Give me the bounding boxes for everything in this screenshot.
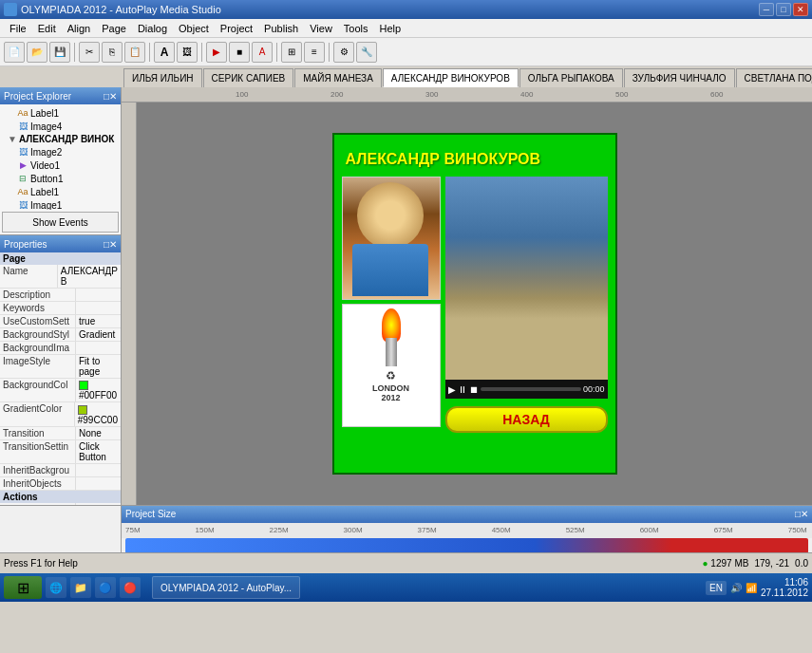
toolbar-settings[interactable]: ⚙ — [333, 42, 354, 63]
video-progress[interactable] — [481, 387, 581, 391]
tab-olga[interactable]: ОЛЬГА РЫПАКОВА — [519, 68, 623, 87]
toolbar-acrobat[interactable]: A — [252, 42, 273, 63]
toolbar-save[interactable]: 💾 — [49, 42, 70, 63]
slide: АЛЕКСАНДР ВИНОКУРОВ ♻ LO — [332, 133, 617, 475]
properties-panel: Properties □✕ Page Name АЛЕКСАНДР В Desc… — [0, 234, 121, 505]
menu-file[interactable]: File — [4, 21, 32, 36]
toolbar-sep-2 — [149, 43, 150, 62]
tree-item-label: Image2 — [30, 147, 62, 158]
menu-page[interactable]: Page — [96, 21, 132, 36]
toolbar-stop[interactable]: ■ — [229, 42, 250, 63]
language-indicator: EN — [706, 581, 727, 595]
menu-project[interactable]: Project — [215, 21, 258, 36]
panel-controls[interactable]: □✕ — [104, 91, 117, 102]
close-button[interactable]: ✕ — [793, 3, 808, 16]
timeline-bar — [125, 538, 808, 552]
pause-button[interactable]: ⏸ — [458, 384, 467, 395]
toolbar-sep-5 — [329, 43, 330, 62]
tree-item-label: Label1 — [30, 108, 59, 119]
tree-area: Aa Label1 🖼 Image4 ▼ АЛЕКСАНДР ВИНОК 🖼 I… — [0, 104, 121, 210]
bottom-left-panel — [0, 506, 122, 552]
play-button[interactable]: ▶ — [448, 384, 456, 395]
menu-align[interactable]: Align — [62, 21, 96, 36]
tree-item-button1[interactable]: ⊟ Button1 — [2, 172, 119, 185]
tree-item-label: Video1 — [30, 160, 60, 171]
video-player: ▶ ⏸ ⏹ 00:00 — [445, 177, 608, 399]
toolbar-open[interactable]: 📂 — [27, 42, 47, 63]
toolbar-preview[interactable]: ▶ — [206, 42, 227, 63]
tree-item-image1-inner[interactable]: 🖼 Image1 — [2, 198, 119, 210]
canvas-area: 100 200 300 400 500 600 АЛЕКСАНДР ВИНОКУ… — [122, 87, 812, 505]
bg-color-swatch[interactable] — [79, 381, 88, 390]
tree-item-label: Button1 — [30, 174, 63, 184]
prop-row-inheritbg: InheritBackgrou — [0, 464, 121, 477]
toolbar-copy[interactable]: ⎘ — [102, 42, 123, 63]
help-text: Press F1 for Help — [4, 558, 78, 569]
tab-alexander[interactable]: АЛЕКСАНДР ВИНОКУРОВ — [383, 68, 519, 87]
start-button[interactable]: ⊞ — [4, 576, 42, 599]
toolbar-misc[interactable]: 🔧 — [356, 42, 377, 63]
status-bar: Press F1 for Help ● 1297 MB 179, -21 0.0 — [0, 552, 812, 573]
tab-svetlana[interactable]: СВЕТЛАНА ПОДАБЕДОВА — [736, 68, 812, 87]
project-size-title: Project Size — [125, 509, 176, 519]
tree-item-label: Image1 — [30, 200, 62, 211]
speaker-icon: 🔊 — [730, 583, 742, 593]
tab-serik[interactable]: СЕРИК САПИЕВ — [203, 68, 294, 87]
maximize-button[interactable]: □ — [776, 3, 791, 16]
project-size-panel: Project Size □✕ 75M150M225M300M375M450M5… — [122, 506, 812, 552]
menu-edit[interactable]: Edit — [32, 21, 62, 36]
tab-maya[interactable]: МАЙЯ МАНЕЗА — [294, 68, 382, 87]
torch-image: ♻ LONDON 2012 — [342, 304, 441, 427]
toolbar-new[interactable]: 📄 — [4, 42, 25, 63]
tree-item-label1-top[interactable]: Aa Label1 — [2, 106, 119, 120]
toolbar-align[interactable]: ≡ — [304, 42, 325, 63]
tabs-bar: ИЛЬЯ ИЛЬИН СЕРИК САПИЕВ МАЙЯ МАНЕЗА АЛЕК… — [0, 66, 812, 87]
toolbar-cut[interactable]: ✂ — [79, 42, 100, 63]
toolbar-image[interactable]: 🖼 — [177, 42, 198, 63]
tree-item-video1[interactable]: ▶ Video1 — [2, 159, 119, 172]
toolbar-paste[interactable]: 📋 — [124, 42, 145, 63]
prop-row-transition: Transition None — [0, 427, 121, 440]
show-events-button[interactable]: Show Events — [2, 212, 119, 233]
project-size-controls[interactable]: □✕ — [795, 509, 808, 519]
toolbar-sep-3 — [201, 43, 202, 62]
menu-publish[interactable]: Publish — [258, 21, 304, 36]
prop-row-name: Name АЛЕКСАНДР В — [0, 265, 121, 289]
toolbar-sep-1 — [74, 43, 75, 62]
menu-view[interactable]: View — [304, 21, 338, 36]
memory-indicator: ● 1297 MB — [703, 558, 749, 569]
prop-row-desc: Description — [0, 289, 121, 302]
menu-help[interactable]: Help — [374, 21, 407, 36]
prop-section-actions: Actions — [0, 491, 121, 503]
video-screen — [445, 177, 608, 380]
tree-item-image2[interactable]: 🖼 Image2 — [2, 145, 119, 159]
grad-color-swatch[interactable] — [78, 405, 87, 415]
toolbar-text[interactable]: A — [154, 42, 175, 63]
tab-ilya[interactable]: ИЛЬЯ ИЛЬИН — [123, 68, 202, 87]
taskbar-open-app[interactable]: OLYMPIADA 2012 - AutoPlay... — [152, 576, 300, 599]
menu-tools[interactable]: Tools — [338, 21, 374, 36]
tree-item-image4[interactable]: 🖼 Image4 — [2, 120, 119, 133]
back-button[interactable]: НАЗАД — [445, 406, 608, 433]
prop-row-keywords: Keywords — [0, 302, 121, 315]
tree-item-label1-inner[interactable]: Aa Label1 — [2, 185, 119, 198]
grad-color-value: #99CC00 — [78, 415, 118, 425]
toolbar-grid[interactable]: ⊞ — [281, 42, 302, 63]
title-bar-text: OLYMPIADA 2012 - AutoPlay Media Studio — [21, 4, 221, 15]
minimize-button[interactable]: ─ — [759, 3, 774, 16]
taskbar-explorer-icon[interactable]: 📁 — [70, 577, 91, 598]
project-size-header: Project Size □✕ — [122, 506, 812, 523]
taskbar-right: EN 🔊 📶 11:06 27.11.2012 — [706, 577, 808, 598]
video-time: 00:00 — [583, 384, 605, 394]
stop-button[interactable]: ⏹ — [469, 384, 479, 395]
prop-row-inheritobj: InheritObjects — [0, 477, 121, 491]
network-icon: 📶 — [746, 583, 757, 593]
menu-object[interactable]: Object — [173, 21, 215, 36]
menu-dialog[interactable]: Dialog — [132, 21, 173, 36]
taskbar-ie-icon[interactable]: 🌐 — [46, 577, 66, 598]
properties-panel-controls[interactable]: □✕ — [104, 239, 117, 250]
taskbar-app2-icon[interactable]: 🔴 — [120, 577, 141, 598]
taskbar-app1-icon[interactable]: 🔵 — [95, 577, 116, 598]
tree-item-aleksandr-folder[interactable]: ▼ АЛЕКСАНДР ВИНОК — [2, 133, 119, 145]
tab-zulfia[interactable]: ЗУЛЬФИЯ ЧИНЧАЛО — [624, 68, 735, 87]
